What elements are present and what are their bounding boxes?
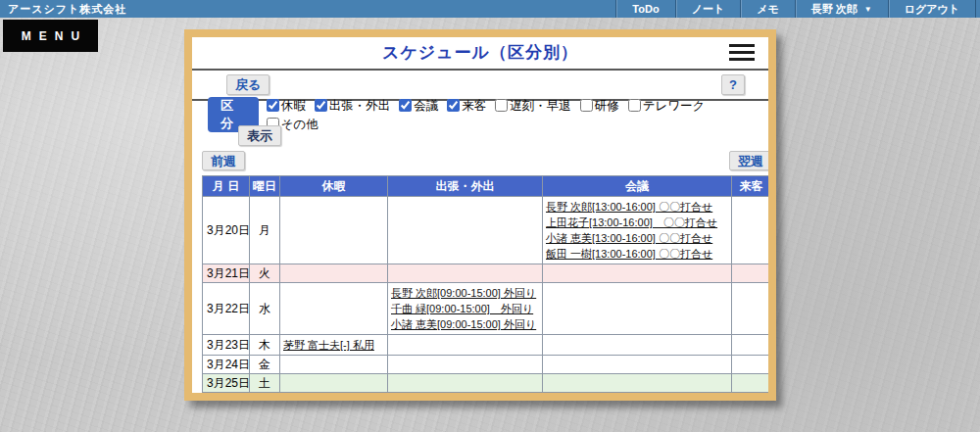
- weekday-cell: 金: [250, 356, 280, 374]
- column-header: 月 日: [203, 176, 250, 197]
- column-header: 休暇: [280, 176, 388, 197]
- schedule-row: 3月25日土: [203, 374, 769, 393]
- trip-cell: [388, 335, 543, 356]
- schedule-panel: スケジュール（区分別） 戻る ? 区分 休暇出張・外出会議来客遅刻・早退研修テレ…: [184, 29, 776, 401]
- topbar-item-note[interactable]: ノート: [675, 0, 741, 18]
- schedule-entry-link[interactable]: 小諸 恵美[09:00-15:00] 外回り: [391, 316, 539, 332]
- weekday-cell: 火: [250, 264, 280, 283]
- schedule-entry-link[interactable]: 長野 次郎[09:00-15:00] 外回り: [391, 285, 539, 301]
- filter-option-label: 休暇: [281, 99, 306, 113]
- filter-option-label: 会議: [414, 99, 438, 113]
- topbar-item-memo[interactable]: メモ: [740, 0, 795, 18]
- holiday-cell: [280, 356, 388, 374]
- column-header: 来客: [732, 176, 769, 197]
- filter-row: 区分 休暇出張・外出会議来客遅刻・早退研修テレワークその他: [192, 106, 768, 123]
- filter-option-label: テレワーク: [643, 99, 706, 113]
- holiday-cell: [280, 197, 388, 264]
- filter-option-label: 出張・外出: [329, 99, 391, 113]
- schedule-entry-link[interactable]: 千曲 緑[09:00-15:00] 外回り: [391, 301, 539, 316]
- week-nav-row: 前週 翌週: [202, 151, 768, 170]
- filter-checkbox[interactable]: [399, 99, 412, 112]
- trip-cell: [388, 197, 543, 264]
- holiday-cell: [280, 283, 388, 335]
- schedule-row: 3月20日月長野 次郎[13:00-16:00] 〇〇打合せ上田花子[13:00…: [203, 197, 769, 264]
- visitor-cell: [732, 356, 769, 374]
- divider: [192, 69, 768, 71]
- filter-option[interactable]: 休暇: [267, 99, 306, 113]
- date-cell: 3月22日: [203, 283, 250, 335]
- filter-option[interactable]: テレワーク: [628, 99, 706, 113]
- filter-option[interactable]: 遅刻・早退: [495, 99, 571, 113]
- schedule-row: 3月24日金: [203, 356, 769, 374]
- user-menu[interactable]: 長野 次郎 ▼: [795, 0, 888, 18]
- meeting-cell: [543, 264, 732, 283]
- schedule-entry-link[interactable]: 飯田 一樹[13:00-16:00] 〇〇打合せ: [546, 246, 728, 262]
- visitor-cell: [732, 197, 769, 264]
- date-cell: 3月25日: [203, 374, 250, 393]
- weekday-cell: 日: [250, 393, 280, 394]
- weekday-cell: 木: [250, 335, 280, 356]
- caret-down-icon: ▼: [864, 5, 872, 14]
- user-name: 長野 次郎: [811, 3, 858, 15]
- filter-option-label: 研修: [595, 99, 619, 113]
- schedule-entry-link[interactable]: 長野 次郎[13:00-16:00] 〇〇打合せ: [546, 199, 728, 215]
- show-button[interactable]: 表示: [238, 125, 281, 146]
- menu-button[interactable]: MENU: [3, 20, 98, 52]
- filter-option[interactable]: 出張・外出: [315, 99, 391, 113]
- schedule-row: 3月26日日: [203, 393, 769, 394]
- filter-options: 休暇出張・外出会議来客遅刻・早退研修テレワークその他: [267, 96, 768, 133]
- meeting-cell: [543, 356, 732, 374]
- filter-option[interactable]: 来客: [447, 99, 486, 113]
- visitor-cell: [732, 283, 769, 335]
- prev-week-button[interactable]: 前週: [202, 151, 245, 170]
- filter-checkbox[interactable]: [267, 99, 279, 112]
- column-header: 出張・外出: [388, 176, 543, 197]
- topbar-item-todo[interactable]: ToDo: [615, 0, 674, 18]
- filter-option-label: その他: [281, 118, 318, 131]
- filter-option-label: 遅刻・早退: [510, 99, 571, 113]
- trip-cell: 長野 次郎[09:00-15:00] 外回り千曲 緑[09:00-15:00] …: [388, 283, 543, 335]
- date-cell: 3月24日: [203, 356, 250, 374]
- weekday-cell: 月: [250, 197, 280, 264]
- date-cell: 3月26日: [203, 393, 250, 394]
- schedule-entry-link[interactable]: 小諸 恵美[13:00-16:00] 〇〇打合せ: [546, 230, 728, 246]
- schedule-row: 3月23日木茅野 富士夫[-] 私用: [203, 335, 769, 356]
- schedule-table: 月 日曜日休暇出張・外出会議来客 3月20日月長野 次郎[13:00-16:00…: [202, 175, 768, 393]
- back-button[interactable]: 戻る: [226, 74, 270, 95]
- visitor-cell: [732, 264, 769, 283]
- meeting-cell: [543, 335, 732, 356]
- trip-cell: [388, 374, 543, 393]
- meeting-cell: 長野 次郎[13:00-16:00] 〇〇打合せ上田花子[13:00-16:00…: [543, 197, 732, 264]
- help-button[interactable]: ?: [721, 74, 745, 95]
- filter-option-label: 来客: [462, 99, 486, 113]
- visitor-cell: [732, 335, 769, 356]
- schedule-entry-link[interactable]: 上田花子[13:00-16:00] 〇〇打合せ: [546, 215, 728, 230]
- logout-button[interactable]: ログアウト: [888, 0, 976, 18]
- filter-checkbox[interactable]: [580, 99, 593, 112]
- weekday-cell: 土: [250, 374, 280, 393]
- trip-cell: [388, 356, 543, 374]
- holiday-cell: [280, 374, 388, 393]
- filter-checkbox[interactable]: [447, 99, 460, 112]
- visitor-cell: [732, 374, 769, 393]
- hamburger-menu-icon[interactable]: [729, 44, 755, 65]
- holiday-cell: [280, 264, 388, 283]
- visitor-cell: [732, 393, 769, 394]
- column-header: 会議: [543, 176, 732, 197]
- date-cell: 3月21日: [203, 264, 250, 283]
- filter-checkbox[interactable]: [628, 99, 641, 112]
- topbar-spacer: [126, 0, 615, 18]
- filter-checkbox[interactable]: [315, 99, 327, 112]
- meeting-cell: [543, 283, 732, 335]
- filter-checkbox[interactable]: [495, 99, 508, 112]
- schedule-entry-link[interactable]: 茅野 富士夫[-] 私用: [283, 337, 384, 353]
- holiday-cell: [280, 393, 388, 394]
- filter-option[interactable]: 研修: [580, 99, 619, 113]
- filter-option[interactable]: 会議: [399, 99, 438, 113]
- meeting-cell: [543, 374, 732, 393]
- table-header-row: 月 日曜日休暇出張・外出会議来客: [203, 176, 769, 197]
- title-row: スケジュール（区分別）: [192, 41, 768, 65]
- column-header: 曜日: [250, 176, 280, 197]
- schedule-row: 3月22日水長野 次郎[09:00-15:00] 外回り千曲 緑[09:00-1…: [203, 283, 769, 335]
- next-week-button[interactable]: 翌週: [729, 151, 768, 170]
